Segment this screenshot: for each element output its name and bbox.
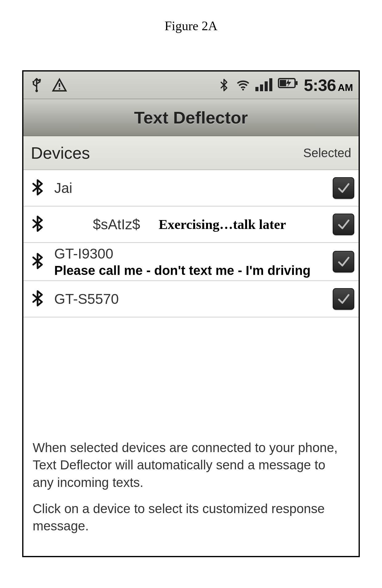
info-paragraph-2: Click on a device to select its customiz… — [33, 500, 349, 535]
usb-icon — [29, 77, 44, 93]
device-name: Jai — [54, 180, 325, 196]
device-message: Exercising…talk later — [159, 217, 286, 232]
status-time-value: 5:36 — [304, 76, 336, 94]
svg-point-4 — [59, 88, 60, 90]
status-left — [29, 77, 67, 93]
bluetooth-icon — [29, 252, 46, 271]
device-content: GT-S5570 — [54, 291, 325, 307]
device-name: $sAtIz$ — [93, 216, 140, 233]
device-content: $sAtIz$ Exercising…talk later — [54, 216, 325, 233]
device-row-satiz[interactable]: $sAtIz$ Exercising…talk later — [23, 206, 359, 243]
device-row-gt-s5570[interactable]: GT-S5570 — [23, 281, 359, 317]
warning-icon — [52, 77, 67, 93]
device-content: Jai — [54, 180, 325, 196]
bluetooth-icon — [29, 290, 46, 308]
selected-heading: Selected — [303, 146, 351, 160]
device-message: Please call me - don't text me - I'm dri… — [54, 263, 325, 278]
device-selected-checkbox[interactable] — [333, 214, 354, 235]
device-content: GT-I9300 Please call me - don't text me … — [54, 245, 325, 278]
devices-heading: Devices — [31, 143, 90, 162]
section-header: Devices Selected — [23, 136, 359, 170]
svg-point-1 — [32, 81, 34, 83]
status-time: 5:36AM — [304, 76, 353, 95]
app-title: Text Deflector — [134, 108, 248, 128]
status-time-ampm: AM — [338, 82, 353, 93]
device-list: Jai $sAtIz$ Exercising…talk later — [23, 170, 359, 317]
battery-charging-icon — [278, 77, 298, 93]
info-text: When selected devices are connected to y… — [33, 439, 349, 544]
device-name: GT-S5570 — [54, 291, 325, 307]
device-name: GT-I9300 — [54, 245, 325, 262]
signal-icon — [255, 78, 272, 92]
phone-frame: 5:36AM Text Deflector Devices Selected J… — [22, 70, 360, 557]
bluetooth-icon — [29, 179, 46, 197]
wifi-icon — [236, 78, 250, 92]
device-selected-checkbox[interactable] — [333, 251, 354, 272]
svg-point-5 — [242, 89, 244, 91]
svg-rect-8 — [280, 80, 286, 86]
svg-rect-7 — [296, 81, 298, 85]
device-row-jai[interactable]: Jai — [23, 170, 359, 206]
device-selected-checkbox[interactable] — [333, 177, 354, 199]
device-row-gt-i9300[interactable]: GT-I9300 Please call me - don't text me … — [23, 243, 359, 281]
bluetooth-icon — [217, 78, 231, 92]
status-right: 5:36AM — [217, 76, 353, 95]
svg-rect-2 — [39, 79, 41, 81]
app-title-bar: Text Deflector — [23, 99, 359, 136]
info-area: When selected devices are connected to y… — [23, 317, 359, 556]
status-bar: 5:36AM — [23, 71, 359, 99]
figure-label: Figure 2A — [165, 18, 217, 33]
device-selected-checkbox[interactable] — [333, 288, 354, 310]
bluetooth-icon — [29, 215, 46, 234]
info-paragraph-1: When selected devices are connected to y… — [33, 439, 349, 492]
svg-point-0 — [35, 90, 38, 92]
